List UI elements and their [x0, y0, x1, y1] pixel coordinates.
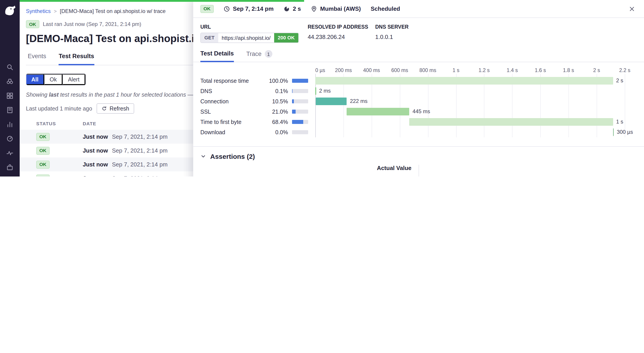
percent-minibar: [292, 79, 308, 83]
close-panel-button[interactable]: [627, 4, 637, 14]
search-icon: [6, 64, 14, 71]
chevron-down-icon: [200, 153, 206, 159]
waterfall-row-label: DNS: [200, 88, 266, 94]
refresh-button[interactable]: Refresh: [96, 103, 134, 114]
row-status-badge: OK: [36, 174, 50, 177]
sidebar-item-metrics[interactable]: [4, 147, 16, 159]
request-summary: URL GET https://api.shopist.io/ 200 OK R…: [193, 18, 644, 43]
timing-bar-label: 1 s: [616, 118, 623, 126]
assertion-row: Status Code should be 200200: [200, 174, 418, 177]
sidebar-item-monitors[interactable]: [4, 132, 16, 145]
waterfall-row-label: Download: [200, 129, 266, 135]
status-column-header: STATUS: [36, 121, 83, 126]
tab-test-results[interactable]: Test Results: [59, 53, 94, 65]
timing-bar: [410, 118, 613, 126]
waterfall-row[interactable]: Time to first byte68.4%1 s: [200, 117, 644, 127]
axis-tick-label: 1 s: [452, 68, 460, 73]
app-sidebar: ?: [0, 0, 20, 177]
results-note-prefix: Showing: [26, 92, 49, 98]
breadcrumb-separator-icon: >: [54, 9, 57, 14]
axis-tick-label: 600 ms: [391, 68, 408, 73]
tab-events[interactable]: Events: [28, 53, 46, 65]
waterfall-row[interactable]: Connection10.5%222 ms: [200, 96, 644, 107]
waterfall-row-label: Total response time: [200, 78, 266, 84]
monitors-icon: [6, 135, 14, 142]
sidebar-item-apm[interactable]: [4, 118, 16, 131]
sidebar-item-dashboards[interactable]: [4, 90, 16, 102]
waterfall-row-label: SSL: [200, 109, 266, 115]
url-label: URL: [200, 24, 308, 30]
sidebar-item-integrations[interactable]: [4, 161, 16, 174]
waterfall-row-percent: 68.4%: [266, 119, 288, 125]
percent-minibar: [292, 120, 308, 124]
waterfall-row-percent: 100.0%: [266, 78, 288, 84]
axis-tick-label: 1.8 s: [563, 68, 574, 73]
axis-tick-label: 1.2 s: [478, 68, 490, 73]
row-absolute-time: Sep 7, 2021, 2:14 pm: [112, 161, 168, 168]
filter-alert-button[interactable]: Alert: [62, 74, 85, 85]
assertions-column: Actual Value Status Code should be 20020…: [200, 165, 419, 177]
sidebar-item-notebooks[interactable]: [4, 104, 16, 116]
panel-tab-test-details[interactable]: Test Details: [200, 50, 234, 62]
http-method-chip: GET: [201, 33, 218, 43]
axis-tick-label: 1.6 s: [535, 68, 546, 73]
row-absolute-time: Sep 7, 2021, 2:14 pm: [112, 175, 168, 177]
ip-column: RESOLVED IP ADDRESS 44.238.206.24: [308, 24, 375, 43]
percent-minibar: [292, 89, 308, 93]
close-icon: [629, 6, 635, 12]
request-url[interactable]: https://api.shopist.io/: [218, 33, 274, 43]
url-column: URL GET https://api.shopist.io/ 200 OK: [200, 24, 308, 43]
row-relative-time: Just now: [83, 175, 108, 177]
percent-minibar: [292, 130, 308, 134]
notebooks-icon: [6, 107, 14, 114]
axis-tick-label: 400 ms: [363, 68, 380, 73]
panel-tab-label: Test Details: [200, 50, 234, 57]
filter-all-button[interactable]: All: [26, 74, 44, 85]
panel-tab-trace[interactable]: Trace1: [246, 50, 272, 62]
waterfall-row[interactable]: DNS0.1%2 ms: [200, 86, 644, 96]
sidebar-item-watchlist[interactable]: [4, 175, 16, 177]
integrations-icon: [6, 164, 14, 171]
row-relative-time: Just now: [83, 133, 108, 140]
breadcrumb-current: [DEMO-Maca] Test on api.shopist.io w/ tr…: [60, 8, 166, 14]
waterfall-row-percent: 21.0%: [266, 109, 288, 115]
actual-value-header: Actual Value: [200, 165, 418, 171]
sidebar-nav: [4, 61, 16, 177]
assertions-header[interactable]: Assertions (2): [193, 147, 644, 160]
refresh-label: Refresh: [110, 105, 129, 112]
timing-bar: [315, 87, 316, 95]
duration-pie-icon: [284, 6, 290, 12]
sidebar-item-search[interactable]: [4, 61, 16, 73]
status-filter-group: AllOkAlert: [26, 73, 86, 86]
timing-bar: [315, 77, 613, 85]
status-code-chip: 200 OK: [274, 33, 298, 43]
timing-bar-label: 445 ms: [412, 108, 430, 115]
dns-server-value: 1.0.0.1: [375, 34, 408, 40]
waterfall-chart: 0 µs200 ms400 ms600 ms800 ms1 s1.2 s1.4 …: [193, 64, 644, 137]
sidebar-item-watchdog[interactable]: [4, 75, 16, 88]
axis-tick-label: 800 ms: [420, 68, 436, 73]
test-result-panel: OK Sep 7, 2:14 pm 2 s Mumbai (AWS) Sched…: [193, 0, 644, 177]
panel-tabs: Test DetailsTrace1: [193, 50, 644, 62]
breadcrumb-root-link[interactable]: Synthetics: [26, 8, 51, 14]
waterfall-row[interactable]: Download0.0%300 µs: [200, 127, 644, 137]
last-updated-text: Last updated 1 minute ago: [26, 105, 92, 112]
datadog-logo[interactable]: [3, 2, 16, 19]
waterfall-row[interactable]: Total response time100.0%2 s: [200, 76, 644, 86]
waterfall-axis: 0 µs200 ms400 ms600 ms800 ms1 s1.2 s1.4 …: [315, 64, 644, 76]
waterfall-row[interactable]: SSL21.0%445 ms: [200, 107, 644, 117]
assertions-title: Assertions (2): [210, 153, 255, 160]
last-ran-text: Last ran Just now (Sep 7, 2021, 2:14 pm): [43, 21, 141, 27]
axis-tick-label: 2.2 s: [619, 68, 630, 73]
apm-icon: [6, 121, 14, 128]
row-status-badge: OK: [36, 147, 50, 155]
resolved-ip-label: RESOLVED IP ADDRESS: [308, 24, 375, 30]
filter-ok-button[interactable]: Ok: [44, 74, 62, 85]
results-note-bold: last: [49, 92, 58, 98]
axis-tick-label: 200 ms: [335, 68, 352, 73]
result-duration: 2 s: [284, 5, 301, 12]
tab-count-badge: 1: [265, 50, 272, 58]
waterfall-row-percent: 10.5%: [266, 98, 288, 105]
date-column-header: DATE: [83, 121, 96, 126]
dashboards-icon: [6, 92, 14, 99]
